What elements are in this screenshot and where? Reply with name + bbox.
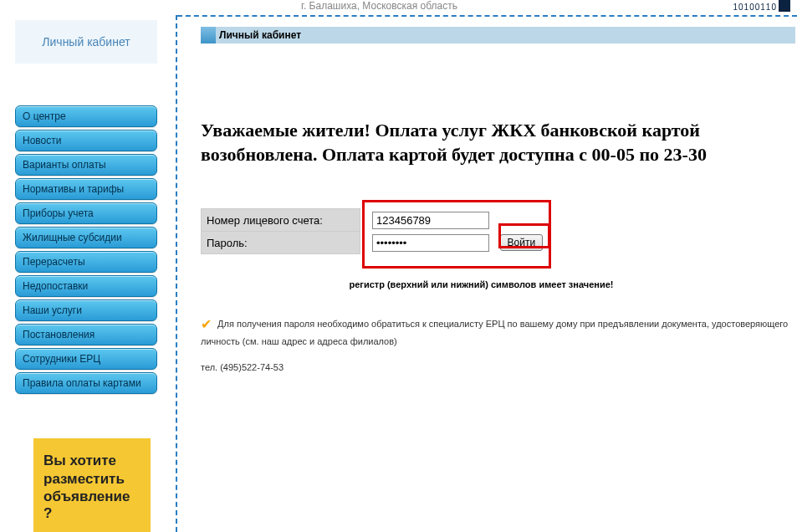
nav-meters[interactable]: Приборы учета (15, 202, 157, 224)
check-icon: ✔ (201, 317, 212, 331)
password-label: Пароль: (202, 232, 360, 254)
nav-about[interactable]: О центре (15, 105, 157, 127)
top-divider (177, 15, 797, 17)
nav-cardrules[interactable]: Правила оплаты картами (15, 372, 157, 394)
password-instructions: Для получения пароля необходимо обратить… (201, 319, 788, 346)
nav-services[interactable]: Наши услуги (15, 299, 157, 321)
cabinet-heading: Личный кабинет (15, 20, 157, 64)
nav-payments[interactable]: Варианты оплаты (15, 154, 157, 176)
ad-line-2: разместить (43, 470, 140, 489)
nav-subsidies[interactable]: Жилищные субсидии (15, 227, 157, 248)
ad-line-1: Вы хотите (43, 452, 140, 470)
title-handle-icon (201, 27, 216, 43)
nav-shortage[interactable]: Недопоставки (15, 275, 157, 297)
page-title-bar: Личный кабинет (201, 27, 795, 43)
account-label: Номер лицевого счета: (202, 209, 360, 232)
case-sensitive-note: регистр (верхний или нижний) символов им… (167, 279, 795, 289)
header-subtitle: г. Балашиха, Московская область (301, 0, 457, 12)
account-input[interactable] (372, 212, 489, 229)
barcode-icon: 10100110 (733, 0, 791, 12)
nav-recalc[interactable]: Перерасчеты (15, 251, 157, 273)
sidebar-nav: О центре Новости Варианты оплаты Нормати… (15, 105, 157, 394)
notice-text: Уважаемые жители! Оплата услуг ЖКХ банко… (201, 119, 795, 166)
nav-decrees[interactable]: Постановления (15, 324, 157, 345)
ad-banner[interactable]: Вы хотите разместить объявление ? (33, 438, 151, 532)
page-title: Личный кабинет (219, 29, 301, 41)
password-input[interactable] (372, 234, 489, 252)
login-button[interactable]: Войти (500, 234, 544, 251)
nav-news[interactable]: Новости (15, 130, 157, 151)
login-form: Номер лицевого счета: Пароль: Войти (201, 208, 795, 254)
left-divider (176, 15, 177, 532)
phone-text: тел. (495)522-74-53 (201, 361, 795, 375)
nav-tariffs[interactable]: Нормативы и тарифы (15, 178, 157, 200)
nav-staff[interactable]: Сотрудники ЕРЦ (15, 348, 157, 370)
ad-line-3: объявление ? (43, 489, 140, 522)
